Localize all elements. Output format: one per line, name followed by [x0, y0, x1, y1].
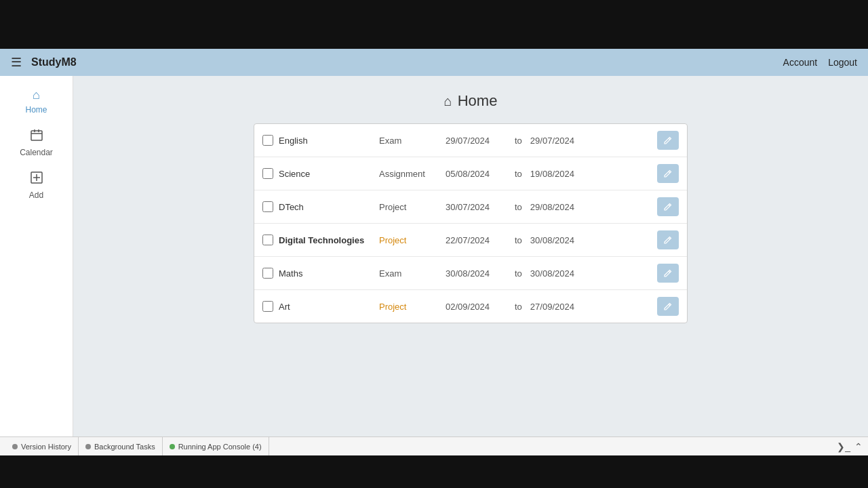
task-row: English Exam 29/07/2024 to 29/07/2024 — [254, 124, 687, 157]
account-link[interactable]: Account — [783, 57, 818, 68]
main-content: ⌂ Home English Exam 29/07/2024 to 29/07/… — [73, 76, 868, 436]
task-row: Digital Technologies Project 22/07/2024 … — [254, 224, 687, 257]
task-date-end-0: 29/07/2024 — [530, 136, 591, 146]
task-to-0: to — [515, 136, 522, 146]
bottom-bar: Version History Background Tasks Running… — [0, 436, 868, 455]
hamburger-menu-icon[interactable]: ☰ — [11, 55, 22, 70]
task-date-end-2: 29/08/2024 — [530, 202, 591, 212]
task-date-start-3: 22/07/2024 — [446, 235, 507, 245]
svg-line-12 — [669, 304, 670, 306]
sidebar-item-home-label: Home — [25, 105, 47, 115]
task-checkbox-5[interactable] — [262, 301, 273, 312]
background-tasks-tab[interactable]: Background Tasks — [79, 437, 163, 455]
task-checkbox-0[interactable] — [262, 135, 273, 146]
task-to-3: to — [515, 235, 522, 245]
sidebar-item-add-label: Add — [29, 190, 43, 200]
task-subject-2: DTech — [279, 202, 374, 212]
task-date-start-4: 30/08/2024 — [446, 268, 507, 279]
task-edit-button-1[interactable] — [657, 164, 679, 183]
page-title-home-icon: ⌂ — [444, 94, 452, 109]
task-to-2: to — [515, 202, 522, 212]
page-title: ⌂ Home — [95, 92, 846, 110]
top-black-bar — [0, 0, 868, 49]
task-edit-button-5[interactable] — [657, 297, 679, 316]
top-navigation: ☰ StudyM8 Account Logout — [0, 49, 868, 76]
sidebar-item-calendar[interactable]: Calendar — [0, 121, 73, 164]
task-date-end-1: 19/08/2024 — [530, 169, 591, 179]
background-tasks-dot — [85, 444, 91, 449]
task-edit-button-3[interactable] — [657, 230, 679, 249]
task-subject-3: Digital Technologies — [279, 235, 374, 245]
task-date-end-4: 30/08/2024 — [530, 268, 591, 279]
task-to-5: to — [515, 302, 522, 312]
collapse-bottom-bar-button[interactable]: ⌃ — [854, 441, 863, 452]
running-app-console-dot — [170, 444, 175, 449]
task-checkbox-4[interactable] — [262, 268, 273, 279]
sidebar-item-home[interactable]: ⌂ Home — [0, 81, 73, 121]
svg-line-7 — [669, 138, 670, 140]
task-type-2: Project — [379, 202, 440, 212]
home-icon: ⌂ — [33, 88, 40, 102]
task-checkbox-1[interactable] — [262, 168, 273, 179]
task-row: Maths Exam 30/08/2024 to 30/08/2024 — [254, 257, 687, 290]
svg-line-11 — [669, 271, 670, 272]
running-app-console-label: Running App Console (4) — [178, 443, 262, 451]
task-type-5: Project — [379, 302, 440, 312]
task-edit-button-2[interactable] — [657, 197, 679, 216]
task-type-4: Exam — [379, 268, 440, 279]
version-history-tab[interactable]: Version History — [5, 437, 79, 455]
task-checkbox-3[interactable] — [262, 235, 273, 245]
task-row: Art Project 02/09/2024 to 27/09/2024 — [254, 290, 687, 323]
task-row: Science Assignment 05/08/2024 to 19/08/2… — [254, 157, 687, 190]
svg-rect-0 — [31, 131, 42, 140]
sidebar: ⌂ Home Calendar — [0, 76, 73, 436]
running-app-console-tab[interactable]: Running App Console (4) — [163, 437, 269, 455]
task-edit-button-4[interactable] — [657, 264, 679, 283]
logout-link[interactable]: Logout — [828, 57, 857, 68]
task-subject-5: Art — [279, 302, 374, 312]
task-to-1: to — [515, 169, 522, 179]
version-history-dot — [12, 444, 18, 449]
task-date-start-2: 30/07/2024 — [446, 202, 507, 212]
task-date-end-3: 30/08/2024 — [530, 235, 591, 245]
svg-line-9 — [669, 205, 670, 206]
bottom-black-bar — [0, 455, 868, 488]
task-type-1: Assignment — [379, 169, 440, 179]
version-history-label: Version History — [21, 443, 71, 451]
task-date-start-5: 02/09/2024 — [446, 302, 507, 312]
task-subject-0: English — [279, 136, 374, 146]
page-title-text: Home — [458, 92, 498, 110]
task-edit-button-0[interactable] — [657, 131, 679, 150]
task-date-start-1: 05/08/2024 — [446, 169, 507, 179]
task-type-3: Project — [379, 235, 440, 245]
task-checkbox-2[interactable] — [262, 201, 273, 212]
sidebar-item-calendar-label: Calendar — [20, 148, 53, 157]
console-icon-button[interactable]: ❯_ — [837, 441, 850, 452]
task-subject-1: Science — [279, 169, 374, 179]
background-tasks-label: Background Tasks — [94, 443, 155, 451]
task-table: English Exam 29/07/2024 to 29/07/2024 Sc… — [254, 123, 688, 323]
task-type-0: Exam — [379, 136, 440, 146]
task-row: DTech Project 30/07/2024 to 29/08/2024 — [254, 190, 687, 224]
task-date-end-5: 27/09/2024 — [530, 302, 591, 312]
task-subject-4: Maths — [279, 268, 374, 279]
svg-line-8 — [669, 171, 670, 173]
task-to-4: to — [515, 268, 522, 279]
task-date-start-0: 29/07/2024 — [446, 136, 507, 146]
add-icon — [30, 171, 43, 188]
svg-line-10 — [669, 238, 670, 239]
brand-name: StudyM8 — [31, 56, 77, 68]
sidebar-item-add[interactable]: Add — [0, 164, 73, 207]
calendar-icon — [30, 128, 43, 145]
